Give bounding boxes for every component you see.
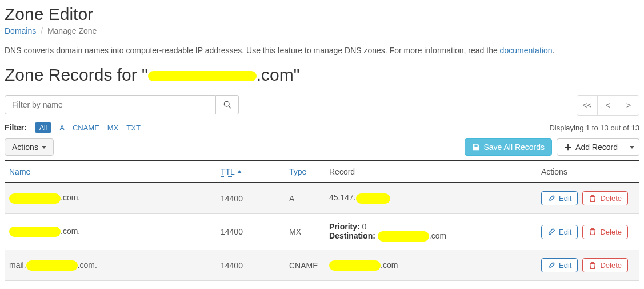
plus-icon (564, 143, 572, 151)
search-icon (223, 101, 231, 109)
edit-button[interactable]: Edit (541, 258, 578, 272)
record-count-status: Displaying 1 to 13 out of 13 (549, 124, 639, 132)
svg-line-1 (229, 106, 231, 108)
page-title: Zone Editor (5, 5, 639, 24)
redacted-record (329, 260, 381, 271)
sort-asc-icon (237, 169, 242, 175)
cell-record: 45.147. (325, 183, 537, 214)
pager-prev[interactable]: < (598, 96, 618, 115)
name-suffix: .com. (61, 193, 80, 202)
cell-actions: Edit Delete (537, 250, 639, 281)
edit-label: Edit (559, 194, 571, 203)
cell-ttl: 14400 (216, 183, 285, 214)
priority-label: Priority: (329, 222, 360, 231)
redacted-record (356, 193, 390, 204)
pager: << < > (577, 95, 639, 116)
intro-suffix: . (552, 46, 554, 55)
pager-first[interactable]: << (577, 96, 598, 115)
edit-label: Edit (559, 228, 571, 236)
save-icon (472, 143, 480, 151)
filter-all[interactable]: All (35, 122, 51, 133)
redacted-name (9, 193, 61, 204)
caret-down-icon (630, 146, 634, 149)
actions-dropdown[interactable]: Actions (5, 138, 54, 156)
search-button[interactable] (216, 95, 239, 114)
priority-value: 0 (362, 222, 367, 231)
add-record-button[interactable]: Add Record (557, 138, 625, 156)
search-group (5, 95, 239, 114)
redacted-name (9, 227, 61, 237)
cell-record: Priority: 0 Destination: .com (325, 214, 537, 250)
filter-mx[interactable]: MX (107, 124, 119, 132)
name-prefix: mail. (9, 260, 26, 270)
col-ttl[interactable]: TTL (216, 161, 285, 183)
breadcrumb-sep: / (38, 26, 45, 35)
col-ttl-label: TTL (221, 167, 234, 177)
actions-label: Actions (12, 142, 38, 152)
cell-type: MX (285, 214, 325, 250)
cell-name: .com. (5, 183, 216, 214)
intro-text: DNS converts domain names into computer-… (5, 46, 639, 55)
delete-label: Delete (600, 261, 622, 270)
section-title-suffix: " (294, 65, 300, 84)
trash-icon (589, 228, 597, 236)
destination-suffix: .com (429, 231, 446, 240)
section-title: Zone Records for ".com" (5, 65, 639, 85)
cell-ttl: 14400 (216, 214, 285, 250)
edit-label: Edit (559, 261, 571, 270)
filter-bar: Filter: All A CNAME MX TXT (5, 122, 141, 133)
breadcrumb: Domains / Manage Zone (5, 26, 639, 35)
section-title-prefix: Zone Records for " (5, 65, 148, 84)
filter-input[interactable] (5, 95, 216, 114)
cell-record: .com (325, 250, 537, 281)
records-table: Name TTL Type Record Actions .com. 14400… (5, 160, 639, 281)
delete-button[interactable]: Delete (582, 191, 628, 205)
redacted-domain (148, 71, 257, 81)
add-record-group: Add Record (557, 138, 639, 156)
edit-button[interactable]: Edit (541, 191, 578, 205)
intro-body: DNS converts domain names into computer-… (5, 46, 500, 55)
pencil-icon (547, 262, 555, 270)
col-actions: Actions (537, 161, 639, 183)
breadcrumb-root[interactable]: Domains (5, 26, 36, 35)
trash-icon (589, 195, 597, 203)
save-all-label: Save All Records (483, 142, 545, 152)
delete-button[interactable]: Delete (582, 258, 628, 272)
pencil-icon (547, 195, 555, 203)
record-suffix: .com (381, 260, 398, 270)
record-prefix: 45.147. (329, 193, 356, 202)
col-record: Record (325, 161, 537, 183)
cell-type: CNAME (285, 250, 325, 281)
filter-a[interactable]: A (59, 124, 65, 132)
col-name[interactable]: Name (5, 161, 216, 183)
cell-ttl: 14400 (216, 250, 285, 281)
filter-cname[interactable]: CNAME (73, 124, 99, 132)
redacted-destination (378, 231, 429, 242)
caret-down-icon (42, 146, 46, 149)
name-suffix: .com. (78, 260, 97, 270)
pager-next[interactable]: > (618, 96, 639, 115)
name-suffix: .com. (61, 227, 80, 236)
filter-txt[interactable]: TXT (126, 124, 141, 132)
delete-button[interactable]: Delete (582, 225, 628, 239)
breadcrumb-current: Manage Zone (47, 26, 97, 35)
table-row: mail..com. 14400 CNAME .com Edit (5, 250, 639, 281)
add-record-label: Add Record (575, 142, 618, 152)
delete-label: Delete (600, 228, 622, 236)
cell-name: mail..com. (5, 250, 216, 281)
save-all-button[interactable]: Save All Records (465, 138, 552, 156)
cell-name: .com. (5, 214, 216, 250)
redacted-name (26, 260, 78, 271)
cell-actions: Edit Delete (537, 214, 639, 250)
section-title-domain-suffix: .com (257, 65, 294, 84)
documentation-link[interactable]: documentation (500, 46, 553, 55)
add-record-dropdown[interactable] (625, 138, 639, 156)
table-row: .com. 14400 MX Priority: 0 Destination: … (5, 214, 639, 250)
pencil-icon (547, 228, 555, 236)
edit-button[interactable]: Edit (541, 225, 578, 239)
filter-label: Filter: (5, 123, 27, 132)
delete-label: Delete (600, 194, 622, 203)
cell-type: A (285, 183, 325, 214)
cell-actions: Edit Delete (537, 183, 639, 214)
col-type[interactable]: Type (285, 161, 325, 183)
